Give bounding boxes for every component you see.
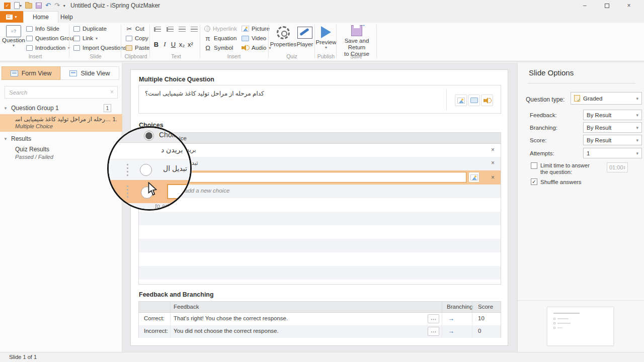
score-label: Score: [530,137,546,143]
feedback-table: Feedback Branching Score Correct: That's… [138,301,501,338]
add-audio-button[interactable] [481,95,493,106]
score-select[interactable]: By Result▾ [583,135,642,145]
copy-button[interactable]: Copy [126,34,148,42]
increase-indent-icon[interactable] [191,27,198,32]
shuffle-answers-checkbox[interactable]: ✓ [531,178,537,185]
group-label-insert1: Insert [15,53,55,59]
limit-time-checkbox[interactable] [531,162,537,169]
more-feedback-button[interactable]: … [428,327,439,336]
feedback-text[interactable]: That's right! You chose the correct resp… [174,315,288,321]
picture-button[interactable]: Picture [242,25,270,33]
restore-button[interactable] [596,0,618,11]
add-picture-button[interactable] [455,95,467,106]
feedback-heading: Feedback and Branching [139,291,214,298]
new-quiz-button[interactable]: ▾ [14,2,22,9]
choice-picture-button[interactable] [468,172,479,183]
subscript-button[interactable]: x₂ [178,41,186,48]
tree-item-question-1[interactable]: 1. …رحله از مراحل تولید کاغذ شیمیایی است… [0,114,122,132]
bold-button[interactable]: B [152,41,160,48]
app-menu-button[interactable]: ▾ [0,11,23,23]
tab-form-view[interactable]: Form View [2,66,60,80]
choice-row-active[interactable]: × [139,170,501,185]
clear-search-icon[interactable]: × [110,88,114,96]
open-button[interactable] [25,3,32,9]
equation-button[interactable]: πEquation [204,34,236,42]
hyperlink-icon [204,26,210,32]
tab-slide-view[interactable]: Slide View [60,66,119,80]
preview-button[interactable]: Preview ▾ [316,26,336,50]
properties-button[interactable]: Properties [271,26,296,47]
attempts-select[interactable]: 1▾ [583,148,642,158]
duplicate-button[interactable]: Duplicate [73,25,107,33]
video-button[interactable]: Video [242,34,266,42]
search-input[interactable] [5,86,101,98]
choice-row-2[interactable]: تبدیل ال × [139,157,501,170]
question-text: کدام مرحله از مراحل تولید کاغذ شیمیایی ا… [145,90,264,97]
zoom-highlight-circle: Choice بریدن د تبدیل ال to add a new cho… [107,126,192,211]
paste-icon [126,45,132,51]
question-button[interactable]: =? Question ▾ [4,25,23,48]
introduction-button[interactable]: Introduction▾ [26,44,70,52]
import-questions-button[interactable]: Import Questions [73,44,127,52]
feedback-text[interactable]: You did not choose the correct response. [174,328,279,334]
tree-results[interactable]: ▾ Results [0,134,122,143]
question-type-heading: Multiple Choice Question [139,76,214,83]
video-icon [470,98,478,103]
slide-thumbnail[interactable] [547,307,614,346]
add-video-button[interactable] [468,95,480,106]
save-button[interactable] [36,3,42,9]
link-icon [73,36,80,41]
branching-select[interactable]: By Result▾ [583,122,642,133]
status-bar: Slide 1 of 1 [0,352,644,362]
undo-button[interactable]: ↶ [45,3,51,9]
minimize-button[interactable]: – [574,0,596,11]
bullet-list-icon[interactable] [155,27,161,32]
symbol-button[interactable]: ΩSymbol [204,44,233,52]
italic-button[interactable]: I [160,40,169,48]
cut-button[interactable]: ✂Cut [126,25,144,33]
add-choice-row[interactable]: to add a new choice [139,185,501,198]
question-type-label: Question type: [526,96,565,103]
feedback-row-incorrect: Incorrect: You did not choose the correc… [139,325,501,338]
window-title: Untitled Quiz - iSpring QuizMaker [70,2,160,9]
tree-item-quiz-results[interactable]: Quiz Results Passed / Failed [15,146,53,160]
group-count-badge: 1 [104,104,111,112]
paste-button[interactable]: Paste [126,44,149,52]
tab-help[interactable]: Help [51,11,82,23]
close-button[interactable]: × [618,0,640,11]
collapse-icon[interactable]: ▾ [0,136,11,141]
redo-button[interactable]: ↷ [54,3,60,9]
branching-arrow-icon[interactable]: → [448,327,454,335]
save-return-button[interactable]: Save and Return to Course [337,25,376,57]
delete-choice-icon[interactable]: × [491,146,495,153]
choices-table: Choice بریدن د × تبدیل ال × × to add a n… [138,132,501,285]
numbered-list-icon[interactable] [168,27,174,32]
audio-button[interactable]: Audio▾ [242,44,271,52]
decrease-indent-icon[interactable] [179,27,186,32]
sidebar: Form View Slide View × ▾ Question Group … [0,63,122,352]
collapse-icon[interactable]: ▾ [0,106,11,111]
score-value[interactable]: 0 [478,328,481,334]
question-type-select[interactable]: Graded ▾ [571,92,642,105]
choice-row-1[interactable]: بریدن د × [139,144,501,157]
score-value[interactable]: 10 [478,315,485,321]
underline-button[interactable]: U [169,41,178,48]
branching-arrow-icon[interactable]: → [448,315,454,322]
group-label-save: Save [336,53,376,59]
delete-choice-icon[interactable]: × [491,174,495,181]
quizmaker-window: ✓ ▾ ↶ ↷ ▾ Untitled Quiz - iSpring QuizMa… [0,0,644,362]
more-feedback-button[interactable]: … [428,314,439,323]
info-slide-button[interactable]: Info Slide [26,25,59,33]
new-choice-input[interactable] [178,172,466,183]
feedback-label: Feedback: [530,112,557,118]
info-slide-icon [26,26,33,32]
delete-choice-icon[interactable]: × [491,159,495,166]
tree-question-group[interactable]: ▾ Question Group 1 1 [0,103,122,113]
feedback-select[interactable]: By Result▾ [583,110,642,120]
superscript-button[interactable]: x² [186,41,195,48]
link-button[interactable]: Link▾ [73,34,98,42]
player-button[interactable]: Player [294,26,315,47]
picture-icon [242,26,249,32]
question-text-box[interactable]: کدام مرحله از مراحل تولید کاغذ شیمیایی ا… [138,85,501,114]
quick-access-menu-button[interactable]: ▾ [63,4,65,8]
